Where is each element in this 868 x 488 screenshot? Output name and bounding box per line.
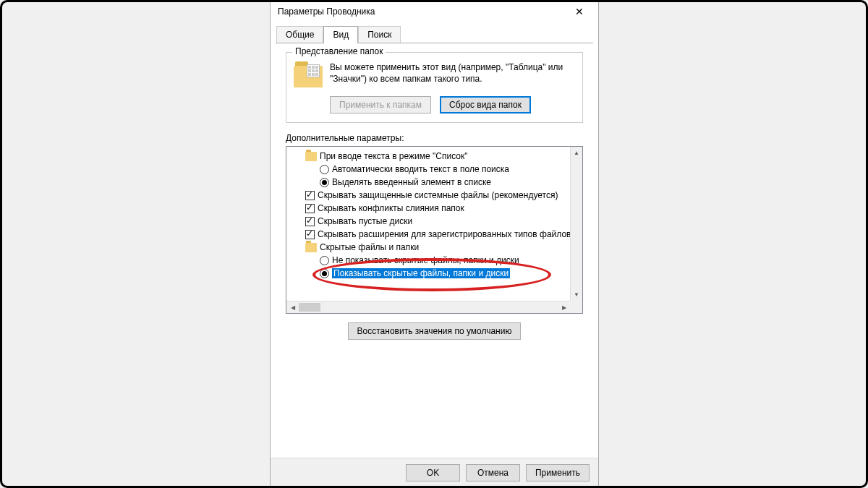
tab-general[interactable]: Общие	[276, 26, 323, 43]
apply-to-folders-button: Применить к папкам	[330, 96, 431, 114]
checkbox-icon	[305, 204, 315, 213]
close-button[interactable]: ✕	[565, 1, 594, 22]
folder-options-dialog: Параметры Проводника ✕ Общие Вид Поиск П…	[270, 0, 599, 488]
close-icon: ✕	[575, 6, 584, 17]
check-hide-protected[interactable]: Скрывать защищенные системные файлы (рек…	[305, 189, 569, 202]
radio-icon	[320, 269, 329, 278]
checkbox-icon	[305, 191, 315, 200]
checkbox-icon	[305, 230, 315, 239]
radio-icon	[320, 256, 329, 265]
scroll-right-icon[interactable]: ▶	[558, 301, 570, 313]
tabstrip: Общие Вид Поиск	[271, 22, 598, 43]
folder-views-title: Представление папок	[292, 46, 386, 56]
folder-icon	[305, 243, 317, 252]
scroll-down-icon[interactable]: ▼	[571, 288, 582, 301]
folder-views-group: Представление папок Вы можете применить …	[286, 52, 583, 123]
check-hide-empty[interactable]: Скрывать пустые диски	[305, 215, 569, 228]
scroll-corner	[570, 301, 582, 313]
scroll-up-icon[interactable]: ▲	[571, 147, 582, 159]
radio-icon	[320, 165, 329, 174]
ok-button[interactable]: OK	[406, 464, 460, 481]
folder-icon	[305, 152, 317, 161]
radio-search-auto[interactable]: Автоматически вводить текст в поле поиск…	[320, 163, 569, 176]
tab-search[interactable]: Поиск	[358, 26, 401, 43]
vertical-scrollbar[interactable]: ▲ ▼	[570, 147, 582, 301]
window-title: Параметры Проводника	[278, 7, 565, 17]
radio-show-hidden[interactable]: Показывать скрытые файлы, папки и диски	[320, 267, 569, 280]
radio-icon	[320, 178, 329, 187]
advanced-settings-label: Дополнительные параметры:	[286, 133, 583, 143]
advanced-settings-tree[interactable]: При вводе текста в режиме "Список" Автом…	[286, 146, 583, 314]
tree-group-list-mode: При вводе текста в режиме "Список"	[305, 150, 569, 163]
apply-button[interactable]: Применить	[526, 464, 590, 481]
folder-views-description: Вы можете применить этот вид (например, …	[330, 61, 575, 85]
dialog-button-bar: OK Отмена Применить	[271, 458, 598, 487]
check-hide-merge[interactable]: Скрывать конфликты слияния папок	[305, 202, 569, 215]
checkbox-icon	[305, 217, 315, 226]
horizontal-scrollbar[interactable]: ◀ ▶	[286, 301, 570, 313]
radio-select-typed[interactable]: Выделять введенный элемент в списке	[320, 176, 569, 189]
cancel-button[interactable]: Отмена	[466, 464, 520, 481]
radio-dont-show-hidden[interactable]: Не показывать скрытые файлы, папки и дис…	[320, 254, 569, 267]
tab-view[interactable]: Вид	[323, 26, 358, 43]
restore-defaults-button[interactable]: Восстановить значения по умолчанию	[348, 322, 522, 340]
check-hide-ext[interactable]: Скрывать расширения для зарегистрированн…	[305, 228, 569, 241]
folder-icon	[294, 61, 323, 87]
titlebar: Параметры Проводника ✕	[271, 1, 598, 22]
scroll-thumb[interactable]	[299, 303, 320, 312]
scroll-left-icon[interactable]: ◀	[286, 301, 299, 313]
tree-group-hidden: Скрытые файлы и папки	[305, 241, 569, 254]
reset-folders-button[interactable]: Сброс вида папок	[440, 96, 531, 114]
tab-body-view: Представление папок Вы можете применить …	[276, 43, 593, 458]
